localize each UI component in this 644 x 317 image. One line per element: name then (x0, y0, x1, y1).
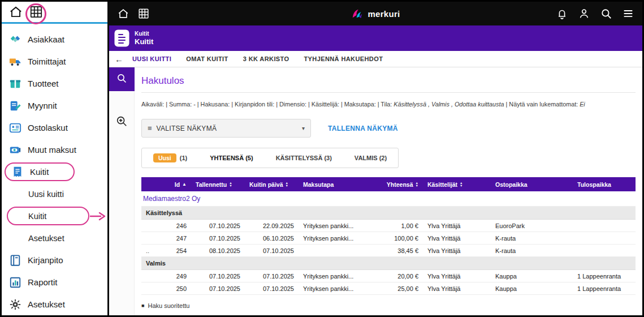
sidebar-item-label: Toimittajat (28, 57, 66, 66)
home-icon[interactable] (117, 7, 129, 20)
filter-text: | Näytä vain lukemattomat: (504, 101, 580, 108)
hamburger-menu-icon[interactable] (622, 7, 634, 20)
sidebar-item-tuotteet[interactable]: Tuotteet (2, 72, 107, 95)
topbar-left (117, 7, 351, 20)
sidebar-item-myynnit[interactable]: Myynnit (2, 95, 107, 117)
column-label: Yhteensä (387, 181, 413, 188)
cell-maksutapa: Yrityksen pankki... (299, 222, 369, 229)
column-header-tulospaikka[interactable]: Tulospaikka (573, 181, 636, 188)
table-section-valmis: Valmis (141, 257, 636, 270)
zoom-in-tool-button[interactable] (115, 115, 128, 130)
accounting-icon (9, 254, 21, 267)
cell-id: ..254 (141, 247, 191, 254)
save-view-link[interactable]: TALLENNA NÄKYMÄ (328, 125, 398, 132)
cell-kuitin_paiva: 06.10.2025 (245, 235, 299, 242)
tool-rail (109, 67, 135, 315)
column-header-kuitin-päivä[interactable]: Kuitin päivä▲▼ (245, 181, 299, 188)
sidebar-item-uusi-kuitti-sub[interactable]: Uusi kuitti (2, 183, 107, 205)
search-icon[interactable] (600, 7, 612, 20)
cell-kuitin_paiva: 07.10.2025 (245, 247, 299, 254)
column-label: Tallennettu (196, 181, 227, 188)
table-row-247[interactable]: 24707.10.202506.10.2025Yrityksen pankki.… (141, 232, 636, 245)
sidebar-item-asetukset-sub[interactable]: Asetukset (2, 227, 107, 249)
tab-3-kk-arkisto[interactable]: 3 KK ARKISTO (243, 55, 289, 62)
cell-yhteensa: 38,45 € (369, 247, 423, 254)
back-arrow[interactable]: ← (115, 54, 123, 64)
table-row-249[interactable]: 24907.10.202507.10.2025Yrityksen pankki.… (141, 270, 636, 282)
notifications-bell-icon[interactable] (556, 7, 568, 20)
cell-yhteensa: 20,00 € (369, 273, 423, 280)
result-tab-yhteensä-5[interactable]: YHTEENSÄ (5) (198, 148, 264, 168)
sidebar-item-kuitit-sub[interactable]: Kuitit (7, 207, 89, 225)
cell-tallennettu: 07.10.2025 (191, 273, 245, 280)
group-row-company[interactable]: Mediamaestro2 Oy (141, 191, 636, 207)
tab-label: VALMIS (2) (355, 155, 387, 161)
cell-ostopaikka: K-rauta (491, 235, 573, 242)
topbar: merkuri (109, 2, 642, 25)
search-tool-button[interactable] (109, 67, 135, 91)
sidebar-nav: AsiakkaatToimittajatTuotteetMyynnitOstol… (2, 24, 107, 315)
list-icon: ≡ (148, 124, 152, 132)
result-tab-uusi[interactable]: Uusi(1) (142, 148, 198, 168)
sidebar-item-raportit[interactable]: Raportit (2, 271, 107, 293)
column-header-yhteensä[interactable]: Yhteensä▲▼ (369, 181, 423, 188)
column-header-käsittelijät[interactable]: Käsittelijät▲▼ (423, 181, 491, 188)
filter-summary: Aikaväli: | Summa: - | Hakusana: | Kirja… (141, 101, 636, 108)
sidebar-item-toimittajat[interactable]: Toimittajat (2, 50, 107, 72)
sidebar-item-asetukset[interactable]: Asetukset (2, 293, 107, 315)
filter-text: Aikaväli: | Summa: - | Hakusana: | Kirja… (141, 101, 394, 108)
sidebar-header (2, 2, 107, 24)
column-header-ostopaikka[interactable]: Ostopaikka (491, 181, 573, 188)
filter-tila-values: Käsittelyssä , Valmis , Odottaa kuittaus… (394, 101, 504, 108)
sidebar-item-label: Kuitit (28, 212, 46, 221)
tab-label: YHTEENSÄ (5) (210, 155, 253, 161)
page-title: Kuitit (135, 37, 153, 47)
column-header-maksutapa[interactable]: Maksutapa (299, 181, 369, 188)
cell-yhteensa: 1,00 € (369, 222, 423, 229)
receipts-icon (11, 166, 24, 178)
sidebar: AsiakkaatToimittajatTuotteetMyynnitOstol… (2, 2, 107, 315)
column-header-tallennettu[interactable]: Tallennettu▲▼ (191, 181, 245, 188)
table-row-246[interactable]: 24607.10.202522.09.2025Yrityksen pankki.… (141, 220, 636, 232)
tab-uusi-kuitti[interactable]: UUSI KUITTI (132, 55, 171, 62)
cell-kasittelijat: Ylva Yrittäjä (423, 247, 491, 254)
cell-maksutapa: Yrityksen pankki... (299, 235, 369, 242)
apps-grid-icon[interactable] (137, 7, 150, 20)
table-row-254[interactable]: ..25408.10.202507.10.202538,45 €Ylva Yri… (141, 245, 636, 257)
result-tab-valmis-2[interactable]: VALMIS (2) (343, 148, 398, 168)
receipt-page-icon (114, 29, 129, 47)
column-label: Kuitin päivä (249, 181, 283, 188)
sidebar-item-kirjanpito[interactable]: Kirjanpito (2, 249, 107, 271)
annotation-arrow (89, 211, 106, 221)
merkuri-logo-icon (351, 7, 364, 20)
cell-tulospaikka: 1 Lappeenranta (573, 273, 636, 280)
apps-grid-icon[interactable] (29, 5, 44, 19)
table-row-250[interactable]: 25007.10.202507.10.2025Yrityksen pankki.… (141, 282, 636, 295)
sidebar-item-ostolaskut[interactable]: Ostolaskut (2, 117, 107, 139)
column-header-id[interactable]: Id▲ (141, 181, 191, 188)
view-select-label: VALITSE NÄKYMÄ (157, 125, 217, 132)
sidebar-item-kuitit[interactable]: Kuitit (5, 162, 75, 181)
cell-tallennettu: 08.10.2025 (191, 247, 245, 254)
column-label: Id (175, 181, 180, 188)
cell-tallennettu: 07.10.2025 (191, 285, 245, 292)
tab-tyhjennä-hakuehdot[interactable]: TYHJENNÄ HAKUEHDOT (304, 55, 383, 62)
sort-asc-icon: ▲ (182, 182, 187, 187)
tab-omat-kuitit[interactable]: OMAT KUITIT (186, 55, 228, 62)
sort-icon: ▲▼ (286, 182, 288, 187)
home-icon[interactable] (8, 5, 23, 19)
cell-kuitin_paiva: 22.09.2025 (245, 222, 299, 229)
row-expand-indicator[interactable]: .. (146, 247, 149, 254)
result-tab-käsittelyssä-3[interactable]: KÄSITTELYSSÄ (3) (265, 148, 343, 168)
cell-id: 249 (141, 273, 191, 280)
cell-yhteensa: 25,00 € (369, 285, 423, 292)
purchase-invoices-icon (9, 122, 21, 134)
column-label: Tulospaikka (577, 181, 611, 188)
cell-kuitin_paiva: 07.10.2025 (245, 273, 299, 280)
view-select-dropdown[interactable]: ≡ VALITSE NÄKYMÄ ▾ (141, 119, 311, 138)
sidebar-item-asiakkaat[interactable]: Asiakkaat (2, 28, 107, 50)
sidebar-item-muut-maksut[interactable]: Muut maksut (2, 139, 107, 161)
user-account-icon[interactable] (578, 7, 590, 20)
cell-tallennettu: 07.10.2025 (191, 222, 245, 229)
main-area: merkuri Kuitit Kuitit ← UUSI KUITTIOMAT … (107, 2, 642, 315)
